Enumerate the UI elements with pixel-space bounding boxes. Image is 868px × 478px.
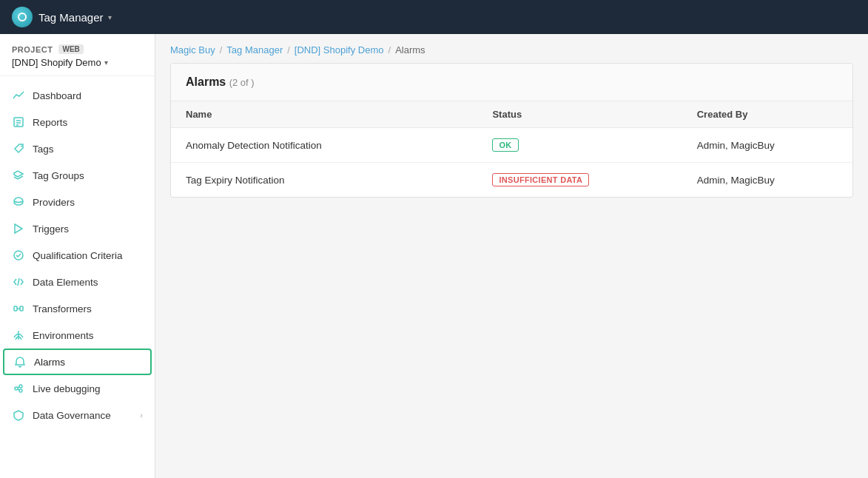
triggers-label: Triggers — [33, 223, 143, 235]
sidebar-item-reports[interactable]: Reports — [0, 109, 155, 135]
svg-line-16 — [18, 389, 19, 390]
main-content: Magic Buy / Tag Manager / [DND] Shopify … — [155, 34, 868, 478]
sidebar-item-environments[interactable]: Environments — [0, 322, 155, 349]
alarm-name: Tag Expiry Notification — [171, 163, 477, 198]
alarms-label: Alarms — [34, 357, 141, 368]
alarms-icon — [13, 355, 27, 368]
transformers-label: Transformers — [33, 303, 143, 314]
alarm-created-by: Admin, MagicBuy — [682, 163, 852, 198]
breadcrumb-sep-3: / — [388, 44, 391, 55]
svg-point-13 — [19, 385, 22, 388]
project-label: Project — [12, 45, 53, 54]
project-dropdown-caret: ▾ — [104, 58, 108, 67]
breadcrumb-sep-2: / — [287, 44, 290, 55]
col-header-name: Name — [171, 101, 477, 128]
transformers-icon — [12, 302, 25, 315]
breadcrumb-magic-buy[interactable]: Magic Buy — [170, 44, 215, 55]
dashboard-label: Dashboard — [33, 90, 143, 101]
data-gov-icon — [12, 408, 25, 422]
alarm-created-by: Admin, MagicBuy — [682, 128, 852, 163]
sidebar-item-tag-groups[interactable]: Tag Groups — [0, 162, 155, 189]
providers-label: Providers — [33, 197, 143, 208]
app-title-text: Tag Manager — [38, 11, 104, 24]
triggers-icon — [12, 222, 25, 235]
breadcrumb-sep-1: / — [220, 44, 223, 55]
tag-groups-label: Tag Groups — [33, 170, 143, 181]
svg-rect-9 — [20, 306, 23, 311]
alarm-status: INSUFFICIENT DATA — [477, 163, 682, 198]
sidebar: Project WEB [DND] Shopify Demo ▾ Dashboa… — [0, 34, 155, 478]
sidebar-item-tags[interactable]: Tags — [0, 135, 155, 162]
sidebar-item-data-elements[interactable]: Data Elements — [0, 269, 155, 295]
table-row[interactable]: Tag Expiry NotificationINSUFFICIENT DATA… — [171, 163, 852, 198]
sidebar-item-triggers[interactable]: Triggers — [0, 215, 155, 242]
alarm-status: OK — [477, 128, 682, 163]
alarm-name: Anomaly Detection Notification — [171, 128, 477, 163]
project-name-text: [DND] Shopify Demo — [12, 57, 101, 68]
live-debug-icon — [12, 382, 25, 395]
sidebar-item-data-governance[interactable]: Data Governance › — [0, 402, 155, 428]
svg-line-7 — [18, 278, 19, 286]
svg-line-15 — [18, 387, 19, 388]
environments-label: Environments — [33, 330, 143, 341]
alarms-title-text: Alarms — [186, 75, 226, 88]
card-header: Alarms (2 of ) — [171, 64, 852, 101]
project-badge: WEB — [58, 44, 83, 54]
col-header-created: Created By — [682, 101, 852, 128]
app-title-caret: ▾ — [108, 13, 112, 21]
reports-icon — [12, 115, 25, 129]
breadcrumb-shopify-demo[interactable]: [DND] Shopify Demo — [295, 44, 384, 55]
tags-label: Tags — [33, 144, 143, 155]
environments-icon — [12, 329, 25, 342]
sidebar-nav: Dashboard Reports — [0, 76, 155, 478]
data-governance-caret: › — [140, 411, 143, 420]
table-body: Anomaly Detection NotificationOKAdmin, M… — [171, 128, 852, 198]
alarms-count: (2 of ) — [229, 77, 255, 88]
breadcrumb: Magic Buy / Tag Manager / [DND] Shopify … — [155, 34, 868, 63]
svg-point-12 — [15, 387, 18, 390]
sidebar-item-providers[interactable]: Providers — [0, 189, 155, 215]
breadcrumb-alarms: Alarms — [395, 44, 425, 55]
reports-label: Reports — [33, 117, 143, 128]
chart-icon — [12, 89, 25, 102]
alarms-table: Name Status Created By Anomaly Detection… — [171, 101, 852, 197]
live-debugging-label: Live debugging — [33, 383, 143, 394]
table-header: Name Status Created By — [171, 101, 852, 128]
alarms-card: Alarms (2 of ) Name Status Created By An… — [170, 63, 853, 198]
data-governance-label: Data Governance — [33, 410, 132, 421]
sidebar-item-dashboard[interactable]: Dashboard — [0, 82, 155, 109]
col-header-status: Status — [477, 101, 682, 128]
svg-point-14 — [19, 389, 22, 392]
qualification-label: Qualification Criteria — [33, 250, 143, 261]
sidebar-item-transformers[interactable]: Transformers — [0, 295, 155, 322]
tag-icon — [12, 142, 25, 155]
status-badge: INSUFFICIENT DATA — [492, 173, 589, 186]
sidebar-item-qualification[interactable]: Qualification Criteria — [0, 242, 155, 269]
app-logo — [12, 7, 33, 27]
app-title[interactable]: Tag Manager ▾ — [38, 11, 112, 24]
breadcrumb-tag-manager[interactable]: Tag Manager — [226, 44, 283, 55]
project-section: Project WEB [DND] Shopify Demo ▾ — [0, 34, 155, 76]
table-row[interactable]: Anomaly Detection NotificationOKAdmin, M… — [171, 128, 852, 163]
top-nav: Tag Manager ▾ — [0, 0, 868, 34]
tag-groups-icon — [12, 169, 25, 182]
status-badge: OK — [492, 138, 518, 152]
providers-icon — [12, 195, 25, 209]
svg-point-4 — [21, 146, 22, 147]
card-title: Alarms (2 of ) — [186, 75, 255, 88]
svg-marker-5 — [15, 224, 22, 233]
data-elements-icon — [12, 275, 25, 289]
data-elements-label: Data Elements — [33, 277, 143, 288]
svg-rect-8 — [14, 306, 17, 311]
project-selector[interactable]: [DND] Shopify Demo ▾ — [12, 57, 143, 68]
sidebar-item-live-debugging[interactable]: Live debugging — [0, 375, 155, 402]
sidebar-item-alarms[interactable]: Alarms — [3, 349, 152, 375]
qualification-icon — [12, 249, 25, 262]
